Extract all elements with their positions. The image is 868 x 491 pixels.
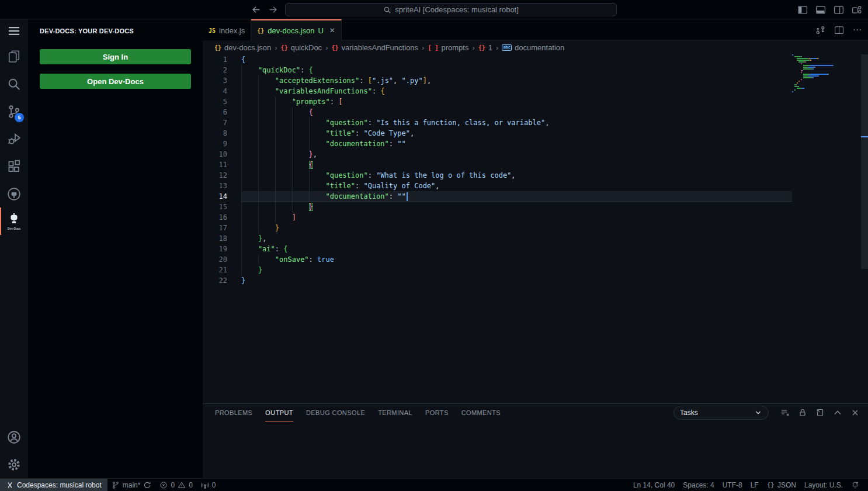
indent-guide xyxy=(309,191,326,202)
status-remote[interactable]: Codespaces: musical robot xyxy=(0,479,107,491)
code-line[interactable]: 13"title": "Quality of Code", xyxy=(203,181,792,191)
code-line[interactable]: 2"quickDoc": { xyxy=(203,65,792,75)
panel-tab-debug-console[interactable]: DEBUG CONSOLE xyxy=(306,404,365,421)
tab-index.js[interactable]: JSindex.js xyxy=(203,19,251,40)
token: "" xyxy=(397,192,405,200)
panel-tab-terminal[interactable]: TERMINAL xyxy=(378,404,412,421)
status-encoding[interactable]: UTF-8 xyxy=(718,479,747,491)
panel-tab-output[interactable]: OUTPUT xyxy=(265,404,293,421)
activity-bar-item-accounts[interactable] xyxy=(0,423,28,451)
activity-bar-item-menu[interactable] xyxy=(0,19,28,43)
minimap-segment xyxy=(801,56,802,57)
indent-guide xyxy=(241,191,258,202)
open-changes-icon[interactable] xyxy=(815,25,825,35)
token: "title" xyxy=(325,129,355,137)
breadcrumb-item-dev-docs.json[interactable]: {}dev-docs.json xyxy=(214,43,271,52)
indent-guide xyxy=(292,191,309,202)
activity-bar-item-source-control[interactable]: 5 xyxy=(0,98,28,125)
status-keyboard-layout[interactable]: Layout: U.S. xyxy=(800,479,847,491)
indent-guide xyxy=(292,139,309,149)
more-actions-icon[interactable]: ⋯ xyxy=(853,25,862,35)
open-output-in-editor-icon[interactable] xyxy=(815,408,825,417)
minimap-line xyxy=(803,74,861,75)
breadcrumb-item-variablesAndFunctions[interactable]: {}variablesAndFunctions xyxy=(331,43,418,52)
status-eol[interactable]: LF xyxy=(747,479,763,491)
code-line[interactable]: 7"question": "Is this a function, class,… xyxy=(203,117,792,128)
breadcrumb-item-documentation[interactable]: abcdocumentation xyxy=(502,43,564,52)
status-cursor-position[interactable]: Ln 14, Col 40 xyxy=(629,479,679,491)
open-dev-docs-button[interactable]: Open Dev-Docs xyxy=(40,74,191,89)
breadcrumb-item-quickDoc[interactable]: {}quickDoc xyxy=(281,43,322,52)
token: "onSave" xyxy=(275,255,309,264)
minimap-line xyxy=(803,68,861,70)
status-indentation[interactable]: Spaces: 4 xyxy=(679,479,718,491)
command-center-search[interactable]: spriteAI [Codespaces: musical robot] xyxy=(285,3,617,16)
activity-bar-item-settings[interactable] xyxy=(0,451,28,478)
toggle-sidebar-icon[interactable] xyxy=(797,5,808,15)
code-line[interactable]: 18}, xyxy=(203,233,792,244)
status-problems[interactable]: 00 xyxy=(155,479,196,491)
status-label: Ln 14, Col 40 xyxy=(633,481,675,489)
code-line[interactable]: 10}, xyxy=(203,149,792,160)
split-editor-icon[interactable] xyxy=(834,25,844,35)
forward-arrow-icon[interactable] xyxy=(268,5,278,15)
code-line[interactable]: 14"documentation": "" xyxy=(203,191,792,202)
code-line[interactable]: 22} xyxy=(203,275,792,286)
token: , xyxy=(393,77,401,85)
activity-bar-item-search[interactable] xyxy=(0,70,28,98)
minimap[interactable] xyxy=(792,54,861,403)
activity-bar-item-explorer[interactable] xyxy=(0,43,28,70)
line-content: { xyxy=(241,54,792,65)
code-editor[interactable]: 1{2"quickDoc": {3"acceptedExtensions": [… xyxy=(203,54,792,403)
code-line[interactable]: 11{ xyxy=(203,160,792,170)
status-branch[interactable]: main* xyxy=(107,479,156,491)
status-notifications[interactable] xyxy=(847,479,863,491)
panel-tab-comments[interactable]: COMMENTS xyxy=(461,404,501,421)
status-ports[interactable]: 0 xyxy=(197,479,220,491)
clear-output-icon[interactable] xyxy=(780,408,790,417)
code-line[interactable]: 3"acceptedExtensions": [".js", ".py"], xyxy=(203,75,792,86)
indent-guide xyxy=(241,170,258,181)
code-line[interactable]: 8"title": "Code Type", xyxy=(203,128,792,139)
code-line[interactable]: 12"question": "What is the log o of this… xyxy=(203,170,792,181)
line-content: ] xyxy=(241,212,792,223)
code-line[interactable]: 1{ xyxy=(203,54,792,65)
maximize-panel-icon[interactable] xyxy=(833,408,842,417)
breadcrumb-item-prompts[interactable]: [ ]prompts xyxy=(428,43,468,52)
code-line[interactable]: 9"documentation": "" xyxy=(203,139,792,149)
activity-bar-item-run-and-debug[interactable] xyxy=(0,125,28,153)
activity-bar-item-github[interactable] xyxy=(0,180,28,208)
close-panel-icon[interactable] xyxy=(850,408,860,417)
code-line[interactable]: 6{ xyxy=(203,107,792,117)
line-content: "documentation": "" xyxy=(241,191,792,202)
back-arrow-icon[interactable] xyxy=(251,5,261,15)
activity-bar-item-extensions[interactable] xyxy=(0,153,28,180)
panel-tab-ports[interactable]: PORTS xyxy=(425,404,449,421)
code-line[interactable]: 16] xyxy=(203,212,792,223)
lock-scroll-icon[interactable] xyxy=(798,408,807,417)
toggle-secondary-sidebar-icon[interactable] xyxy=(834,5,844,15)
toggle-panel-icon[interactable] xyxy=(815,5,826,15)
code-line[interactable]: 4"variablesAndFunctions": { xyxy=(203,86,792,96)
scrollbar-slider[interactable] xyxy=(861,54,868,269)
activity-bar-item-dev-docs[interactable]: Dev-Docs xyxy=(0,208,28,235)
code-line[interactable]: 19"ai": { xyxy=(203,244,792,254)
search-value: spriteAI [Codespaces: musical robot] xyxy=(395,5,519,14)
indent-guide xyxy=(241,65,258,75)
panel-tab-problems[interactable]: PROBLEMS xyxy=(215,404,252,421)
customize-layout-icon[interactable] xyxy=(852,5,862,15)
tab-dev-docs.json[interactable]: {}dev-docs.jsonU✕ xyxy=(251,19,342,40)
breadcrumb-item-1[interactable]: {}1 xyxy=(478,43,492,52)
code-line[interactable]: 17} xyxy=(203,223,792,233)
code-line[interactable]: 21} xyxy=(203,265,792,275)
code-line[interactable]: 20"onSave": true xyxy=(203,254,792,265)
close-tab-icon[interactable]: ✕ xyxy=(329,26,335,34)
code-line[interactable]: 5"prompts": [ xyxy=(203,96,792,107)
minimap-segment xyxy=(801,79,802,80)
code-line[interactable]: 15} xyxy=(203,202,792,212)
minimap-segment xyxy=(792,91,793,92)
output-channel-select[interactable]: Tasks xyxy=(673,406,769,420)
token: } xyxy=(309,203,313,211)
status-language-mode[interactable]: {}JSON xyxy=(763,479,800,491)
sign-in-button[interactable]: Sign In xyxy=(40,49,191,64)
